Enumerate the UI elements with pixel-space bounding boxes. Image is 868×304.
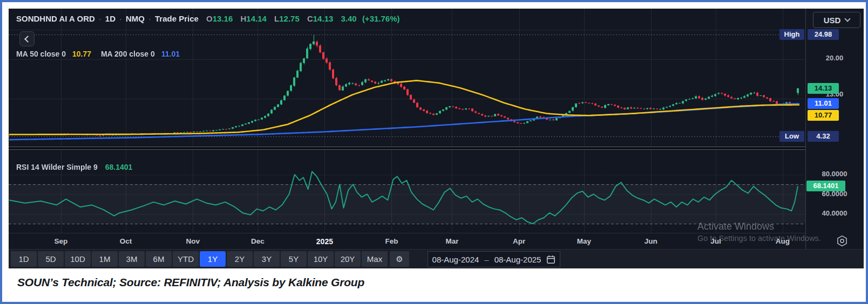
x-axis-label-jun: Jun	[645, 237, 657, 245]
range-button-3m[interactable]: 3M	[119, 251, 145, 267]
separator-dot: ·	[119, 14, 122, 23]
currency-label: USD	[824, 16, 841, 25]
ma-legend[interactable]: MA 50 close 0 10.77 MA 200 close 0 11.01	[16, 50, 180, 58]
x-axis-label-mar: Mar	[445, 237, 458, 245]
ma200-value: 11.01	[161, 50, 180, 58]
page-frame: SONDHND AI A ORD·1D·NMQ·Trade Price O13.…	[0, 0, 868, 304]
currency-selector[interactable]: USD	[813, 12, 860, 28]
separator-dot: ·	[148, 14, 151, 23]
rsi-label: RSI 14 Wilder Simple 9	[16, 163, 98, 171]
rsi-value-badge: 68.1401	[806, 181, 845, 191]
separator-dot: ·	[99, 14, 101, 23]
x-axis-label-nov: Nov	[186, 237, 200, 245]
x-axis-label-sep: Sep	[55, 237, 68, 245]
close-value: 14.13	[313, 14, 334, 23]
range-button-1m[interactable]: 1M	[92, 251, 118, 267]
date-range-picker[interactable]: 08-Aug-2024 – 08-Aug-2025	[428, 251, 560, 267]
change-percent: (+31.76%)	[362, 14, 400, 23]
ma50-label: MA 50 close 0	[16, 50, 66, 58]
range-button-1d[interactable]: 1D	[11, 251, 37, 267]
range-button-max[interactable]: Max	[362, 251, 388, 267]
range-toolbar: 1D5D10D1M3M6MYTD1Y2Y3Y5Y10Y20YMax ⚙ 08-A…	[9, 249, 864, 268]
rsi-tick-40: 40.0000	[805, 209, 864, 217]
low-value: 12.75	[279, 14, 300, 23]
rsi-tick-80: 80.0000	[805, 170, 864, 178]
range-button-5y[interactable]: 5Y	[281, 251, 307, 267]
high-range-value: 24.98	[808, 29, 839, 40]
panel-divider[interactable]	[9, 147, 864, 150]
symbol-name[interactable]: SONDHND AI A ORD	[16, 14, 95, 23]
x-axis-label-2025: 2025	[316, 237, 333, 246]
provider-logo-icon[interactable]	[836, 234, 849, 250]
x-axis-label-may: May	[577, 237, 591, 245]
range-button-10d[interactable]: 10D	[65, 251, 91, 267]
low-label: L	[274, 14, 279, 23]
windows-activation-watermark: Activate Windows	[697, 221, 774, 232]
change-value: 3.40	[341, 14, 357, 23]
gear-icon[interactable]: ⚙	[390, 251, 409, 267]
price-tick-20: 20.00	[805, 54, 864, 62]
range-button-2y[interactable]: 2Y	[227, 251, 253, 267]
calendar-icon	[546, 255, 555, 264]
windows-activation-hint: Go to Settings to activate Windows.	[697, 234, 821, 243]
open-label: O	[206, 14, 213, 23]
high-value: 14.14	[246, 14, 267, 23]
ma50-price-badge: 10.77	[808, 110, 839, 121]
exchange-label: NMQ	[126, 14, 145, 23]
x-axis-label-apr: Apr	[513, 237, 525, 245]
chevron-left-icon	[24, 36, 31, 43]
ma200-label: MA 200 close 0	[101, 50, 155, 58]
range-button-6m[interactable]: 6M	[146, 251, 172, 267]
ma50-value: 10.77	[72, 50, 91, 58]
rsi-value: 68.1401	[105, 163, 133, 171]
ma200-price-badge: 11.01	[808, 98, 839, 109]
rsi-legend[interactable]: RSI 14 Wilder Simple 9 68.1401	[16, 163, 132, 171]
close-label: C	[307, 14, 313, 23]
series-label: Trade Price	[155, 14, 199, 23]
range-button-ytd[interactable]: YTD	[173, 251, 199, 267]
high-label: H	[240, 14, 246, 23]
high-range-label: High	[779, 29, 804, 40]
date-from: 08-Aug-2024	[432, 255, 479, 264]
interval-label[interactable]: 1D	[105, 14, 116, 23]
price-chart-canvas[interactable]	[9, 9, 805, 233]
date-to: 08-Aug-2025	[494, 255, 541, 264]
range-button-10y[interactable]: 10Y	[308, 251, 334, 267]
range-button-20y[interactable]: 20Y	[335, 251, 361, 267]
chart-caption: SOUN’s Technical; Source: REFINITIV; Ana…	[17, 276, 364, 289]
x-axis-label-oct: Oct	[120, 237, 132, 245]
open-value: 13.16	[213, 14, 233, 23]
back-button[interactable]	[19, 31, 35, 46]
chevron-down-icon	[845, 16, 851, 22]
symbol-header: SONDHND AI A ORD·1D·NMQ·Trade Price O13.…	[16, 14, 400, 23]
last-price-badge: 14.13	[808, 83, 839, 94]
x-axis-label-dec: Dec	[251, 237, 265, 245]
low-range-value: 4.32	[808, 131, 839, 142]
range-button-3y[interactable]: 3Y	[254, 251, 280, 267]
range-button-1y[interactable]: 1Y	[200, 251, 226, 267]
date-dash: –	[484, 255, 489, 264]
chart-container: SONDHND AI A ORD·1D·NMQ·Trade Price O13.…	[9, 9, 864, 268]
range-button-5d[interactable]: 5D	[38, 251, 64, 267]
x-axis-label-feb: Feb	[385, 237, 398, 245]
low-range-label: Low	[779, 131, 804, 142]
